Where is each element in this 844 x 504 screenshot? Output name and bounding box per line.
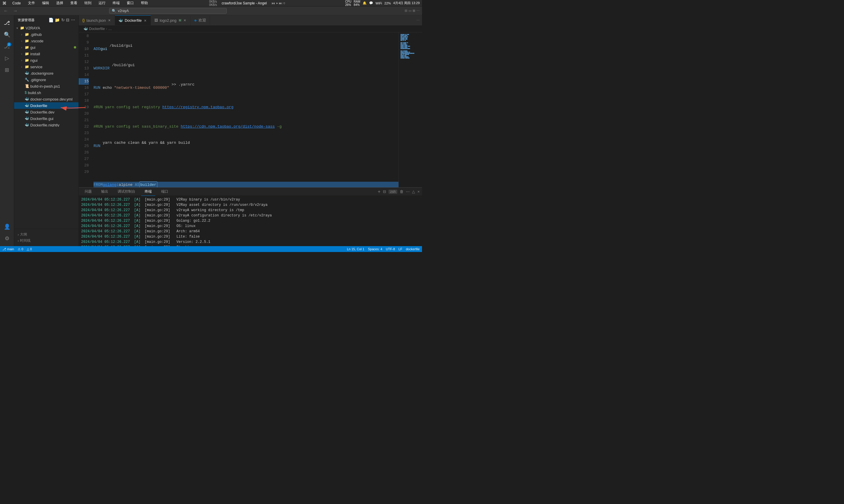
- code-line-9: WORKDIR /build/gui: [93, 65, 398, 72]
- encoding-indicator[interactable]: UTF-8: [386, 247, 395, 251]
- menu-edit[interactable]: 编辑: [41, 1, 50, 5]
- item-label: .gitignore: [30, 78, 46, 82]
- sidebar-item-install[interactable]: › 📁 install: [14, 51, 78, 57]
- vscode-app: ← → 🔍 v2rayA ⊟ ▭ ⊞ ⋯ ⎇ 🔍 ⎇ 2 ▷: [0, 6, 422, 252]
- menu-view[interactable]: 查看: [69, 1, 78, 5]
- panel-actions: + ⊟ zsh 🗑 ⋯ △ ×: [378, 189, 420, 194]
- line-col[interactable]: Ln 15, Col 1: [347, 247, 364, 251]
- warnings-count[interactable]: △ 0: [27, 247, 32, 251]
- tab-close-button[interactable]: ×: [144, 18, 147, 23]
- sidebar-item-ngui[interactable]: › 📁 ngui: [14, 57, 78, 64]
- sidebar-item-dockerfile-gui[interactable]: › 🐳 Dockerfile.gui: [14, 115, 78, 122]
- tab-dockerfile[interactable]: 🐳 Dockerfile ×: [115, 15, 151, 25]
- maximize-panel-icon[interactable]: △: [412, 190, 415, 194]
- sidebar-item-dockerfile-dev[interactable]: › 🐳 Dockerfile.dev: [14, 109, 78, 115]
- sidebar-item-dockerfile-nightly[interactable]: › 🐳 Dockerfile.nightly: [14, 122, 78, 127]
- sidebar-item-buildsh[interactable]: › $ build.sh: [14, 89, 78, 96]
- close-panel-icon[interactable]: ×: [417, 190, 420, 194]
- network-speed: 0KB/s0KB/s: [209, 0, 217, 6]
- menu-window[interactable]: 窗口: [126, 1, 135, 5]
- panel-tab-output[interactable]: 输出: [97, 187, 112, 196]
- collapse-all-icon[interactable]: ⊟: [66, 18, 70, 22]
- tab-launch-json[interactable]: {} launch.json ×: [79, 15, 115, 25]
- sidebar-item-dockerignore[interactable]: › 🐳 .dockerignore: [14, 70, 78, 76]
- sidebar-header-icons[interactable]: 📄 📁 ↻ ⊟ ⋯: [49, 18, 75, 22]
- activity-git[interactable]: ⎇ 2: [2, 41, 12, 52]
- panel-tab-terminal[interactable]: 终端: [141, 187, 155, 196]
- app-name[interactable]: Code: [11, 1, 22, 5]
- notification-icon[interactable]: 🔔: [363, 1, 367, 5]
- panel-tab-ports[interactable]: 端口: [158, 187, 172, 196]
- wifi-icon[interactable]: WiFi: [376, 1, 382, 5]
- sidebar-item-gui[interactable]: › 📁 gui: [14, 44, 78, 51]
- tabs-more-button[interactable]: ⋯: [414, 19, 422, 22]
- activity-run[interactable]: ▷: [2, 53, 12, 64]
- datetime: 4月4日 周四 13:29: [393, 1, 420, 5]
- menu-help[interactable]: 帮助: [140, 1, 149, 5]
- activity-explorer[interactable]: ⎇: [2, 18, 12, 28]
- code-content: ADD gui /build/gui WORKDIR /build/gui RU…: [91, 32, 398, 187]
- back-button[interactable]: ←: [2, 8, 10, 14]
- customize-layout-icon[interactable]: ⊞: [413, 9, 415, 13]
- activity-account[interactable]: 👤: [2, 221, 12, 232]
- tab-welcome[interactable]: ◈ 欢迎: [191, 15, 210, 25]
- split-terminal-button[interactable]: ⊟: [383, 190, 386, 194]
- git-branch[interactable]: ⎇ main: [2, 247, 14, 251]
- spaces-indicator[interactable]: Spaces: 4: [368, 247, 382, 251]
- panel-more-icon[interactable]: ⋯: [406, 190, 410, 194]
- docker-tab-icon: 🐳: [119, 19, 123, 23]
- panel-tab-problems[interactable]: 问题: [81, 187, 95, 196]
- tab-logo-png[interactable]: 🖼 logo2.png M ×: [151, 15, 191, 25]
- item-label: Dockerfile.gui: [30, 116, 54, 121]
- line-ending[interactable]: LF: [398, 247, 402, 251]
- git-badge: 2: [7, 42, 11, 47]
- breadcrumb-symbol[interactable]: …: [108, 27, 112, 31]
- forward-button[interactable]: →: [12, 8, 19, 14]
- panel-tab-debug[interactable]: 调试控制台: [114, 187, 139, 196]
- new-file-icon[interactable]: 📄: [49, 18, 54, 22]
- menu-file[interactable]: 文件: [27, 1, 36, 5]
- sidebar-item-dockerfile[interactable]: › 🐳 Dockerfile: [14, 102, 78, 109]
- global-search-bar[interactable]: 🔍 v2rayA: [109, 8, 227, 14]
- split-editor-icon[interactable]: ⊟: [405, 9, 407, 13]
- status-bar-right: Ln 15, Col 1 Spaces: 4 UTF-8 LF dockerfi…: [347, 247, 420, 251]
- menu-terminal[interactable]: 终端: [111, 1, 121, 5]
- refresh-icon[interactable]: ↻: [61, 18, 65, 22]
- apple-menu[interactable]: ⌘: [2, 1, 6, 5]
- outline-item[interactable]: › 大纲: [18, 231, 75, 238]
- folder-icon: 📁: [25, 52, 29, 56]
- sidebar-item-gitignore[interactable]: › 🔧 .gitignore: [14, 76, 78, 83]
- terminal-content[interactable]: 2024/04/04 05:12:26.227 [A] [main.go:29]…: [79, 196, 422, 246]
- chevron-right-icon: ›: [21, 33, 25, 36]
- sidebar-item-github[interactable]: › 📁 .github: [14, 31, 78, 38]
- sidebar-item-docker-compose[interactable]: › 🐳 docker-compose.dev.yml: [14, 96, 78, 102]
- sidebar-item-ps1[interactable]: › 📜 build-in-pwsh.ps1: [14, 83, 78, 89]
- menu-run[interactable]: 运行: [97, 1, 107, 5]
- new-folder-icon[interactable]: 📁: [55, 18, 60, 22]
- add-terminal-button[interactable]: +: [378, 189, 380, 194]
- wechat-icon[interactable]: 💬: [369, 1, 373, 5]
- errors-count[interactable]: ⚠ 0: [18, 247, 23, 251]
- trash-icon[interactable]: 🗑: [400, 190, 403, 194]
- tab-close-button[interactable]: ×: [183, 18, 186, 23]
- mac-menu-bar: ⌘ Code 文件 编辑 选择 查看 转到 运行 终端 窗口 帮助 0KB/s0…: [0, 0, 422, 6]
- battery-icon: 22%: [384, 1, 391, 5]
- sidebar-item-vscode[interactable]: › 📁 .vscode: [14, 38, 78, 44]
- more-icon[interactable]: ⋯: [71, 18, 75, 22]
- more-actions-icon[interactable]: ⋯: [416, 9, 420, 13]
- code-editor[interactable]: 8 9 10 11 12 13 14 15 16 17 18 19 20 21: [79, 32, 422, 187]
- toggle-panel-icon[interactable]: ▭: [409, 9, 411, 13]
- activity-settings[interactable]: ⚙: [2, 233, 12, 244]
- activity-search[interactable]: 🔍: [2, 30, 12, 40]
- breadcrumb-file[interactable]: Dockerfile: [89, 27, 105, 31]
- menu-goto[interactable]: 转到: [83, 1, 93, 5]
- docker-icon: 🐳: [25, 97, 29, 101]
- activity-extensions[interactable]: ⊞: [2, 65, 12, 75]
- sidebar-item-service[interactable]: › 📁 service: [14, 64, 78, 70]
- language-mode[interactable]: dockerfile: [406, 247, 420, 251]
- debug-label: 调试控制台: [118, 189, 135, 194]
- menu-select[interactable]: 选择: [55, 1, 65, 5]
- tree-root[interactable]: ▾ 📁 V2RAYA: [14, 25, 78, 31]
- tab-close-button[interactable]: ×: [108, 18, 111, 23]
- timeline-item[interactable]: › 时间线: [18, 238, 75, 244]
